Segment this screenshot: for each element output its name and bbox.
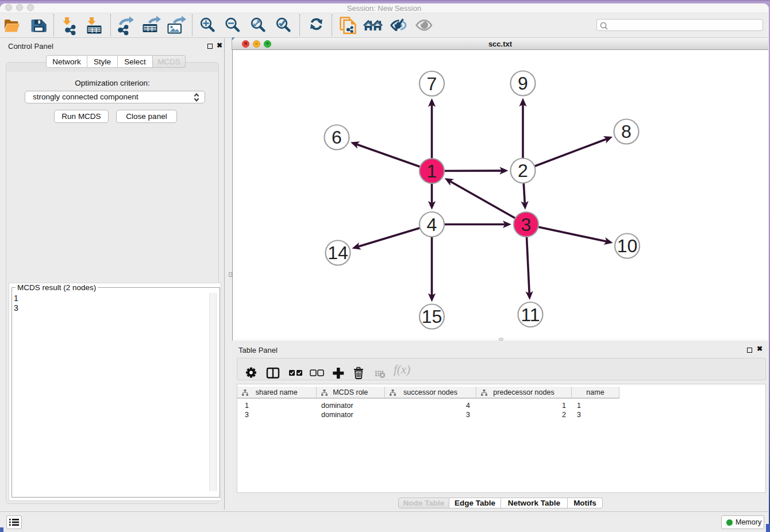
svg-text:9: 9 (518, 73, 528, 94)
svg-text:14: 14 (328, 242, 348, 263)
svg-text:11: 11 (521, 304, 540, 325)
svg-text:2: 2 (518, 160, 528, 181)
svg-text:3: 3 (521, 214, 532, 235)
svg-text:8: 8 (621, 121, 632, 142)
svg-text:10: 10 (617, 236, 638, 256)
svg-text:1: 1 (427, 161, 437, 182)
svg-text:7: 7 (427, 74, 437, 94)
svg-text:6: 6 (332, 127, 342, 148)
svg-text:4: 4 (427, 214, 437, 235)
svg-text:15: 15 (422, 306, 442, 327)
